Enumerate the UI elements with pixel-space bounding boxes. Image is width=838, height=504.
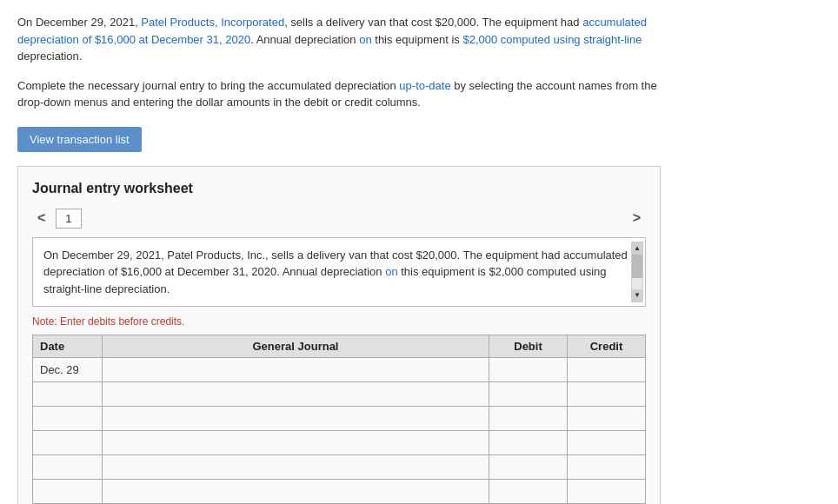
date-cell <box>33 407 103 431</box>
credit-cell[interactable] <box>568 455 646 480</box>
table-row <box>33 480 646 504</box>
journal-input[interactable] <box>110 363 482 376</box>
page-number-box: 1 <box>56 209 81 229</box>
journal-cell[interactable] <box>103 382 489 407</box>
description-box: On December 29, 2021, Patel Products, In… <box>32 237 646 308</box>
credit-cell[interactable] <box>568 358 646 382</box>
credit-input[interactable] <box>575 412 638 425</box>
journal-cell[interactable] <box>103 455 489 480</box>
debit-cell[interactable] <box>489 455 568 480</box>
debit-cell[interactable] <box>489 480 568 504</box>
journal-input[interactable] <box>110 412 482 425</box>
debit-input[interactable] <box>496 436 560 449</box>
date-cell <box>33 455 103 480</box>
date-cell: Dec. 29 <box>33 358 103 382</box>
journal-cell[interactable] <box>103 358 489 382</box>
date-cell <box>33 382 103 407</box>
credit-input[interactable] <box>575 485 638 498</box>
credit-cell[interactable] <box>568 407 646 431</box>
credit-input[interactable] <box>575 436 638 449</box>
worksheet-container: Journal entry worksheet < 1 > On Decembe… <box>17 166 661 505</box>
debit-input[interactable] <box>496 363 560 376</box>
date-cell <box>33 431 103 455</box>
debit-header: Debit <box>489 335 568 358</box>
scroll-thumb[interactable] <box>632 255 642 278</box>
view-transaction-button[interactable]: View transaction list <box>17 127 142 152</box>
prev-page-button[interactable]: < <box>32 209 50 228</box>
credit-input[interactable] <box>575 388 638 401</box>
table-row <box>33 431 646 455</box>
journal-input[interactable] <box>110 485 482 498</box>
credit-input[interactable] <box>575 363 638 376</box>
table-row: Dec. 29 <box>33 358 646 382</box>
debit-cell[interactable] <box>489 431 568 455</box>
journal-input[interactable] <box>110 461 482 474</box>
next-page-button[interactable]: > <box>628 209 646 228</box>
journal-cell[interactable] <box>103 407 489 431</box>
scroll-down-arrow[interactable]: ▼ <box>632 289 642 302</box>
instruction-paragraph: Complete the necessary journal entry to … <box>17 77 661 111</box>
credit-header: Credit <box>568 335 646 358</box>
journal-cell[interactable] <box>103 431 489 455</box>
scroll-up-arrow[interactable]: ▲ <box>632 242 642 255</box>
journal-table: Date General Journal Debit Credit Dec. 2… <box>32 335 646 504</box>
credit-cell[interactable] <box>568 431 646 455</box>
debit-input[interactable] <box>496 412 560 425</box>
journal-input[interactable] <box>110 388 482 401</box>
debit-cell[interactable] <box>489 407 568 431</box>
date-cell <box>33 480 103 504</box>
debit-input[interactable] <box>496 388 560 401</box>
credit-cell[interactable] <box>568 480 646 504</box>
intro-paragraph-1: On December 29, 2021, Patel Products, In… <box>17 14 661 65</box>
worksheet-title: Journal entry worksheet <box>32 181 646 196</box>
table-row <box>33 382 646 407</box>
nav-row: < 1 > <box>32 209 646 229</box>
journal-input[interactable] <box>110 436 482 449</box>
note-text: Note: Enter debits before credits. <box>32 315 646 328</box>
journal-cell[interactable] <box>103 480 489 504</box>
credit-cell[interactable] <box>568 382 646 407</box>
general-journal-header: General Journal <box>103 335 489 358</box>
date-header: Date <box>33 335 103 358</box>
debit-cell[interactable] <box>489 382 568 407</box>
table-row <box>33 407 646 431</box>
scrollbar[interactable]: ▲ ▼ <box>631 242 643 303</box>
table-row <box>33 455 646 480</box>
debit-input[interactable] <box>496 485 560 498</box>
credit-input[interactable] <box>575 461 638 474</box>
debit-cell[interactable] <box>489 358 568 382</box>
debit-input[interactable] <box>496 461 560 474</box>
